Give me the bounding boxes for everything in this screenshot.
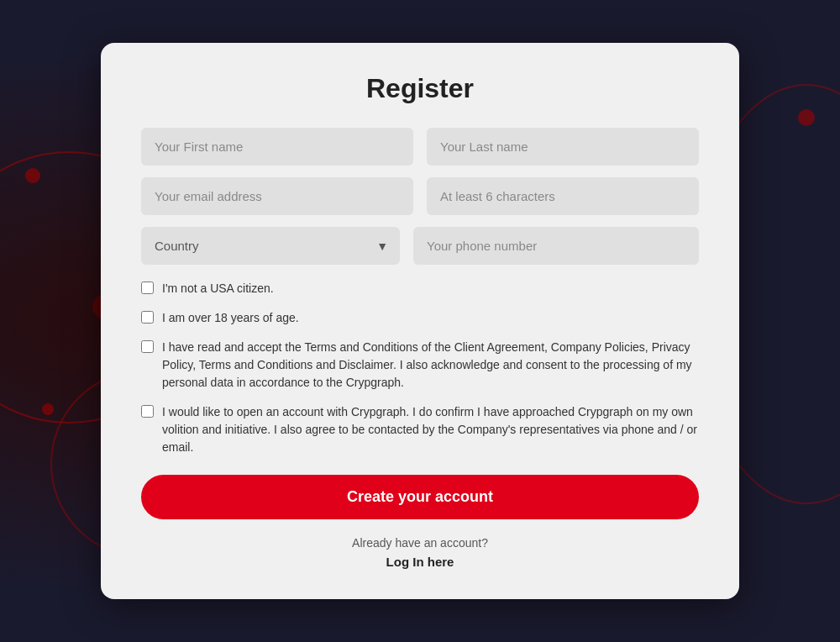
open-account-label: I would like to open an account with Cry…: [162, 403, 699, 456]
already-account-text: Already have an account?: [141, 536, 699, 550]
checkbox-item-1: I'm not a USA citizen.: [141, 280, 699, 297]
terms-label: I have read and accept the Terms and Con…: [162, 339, 699, 392]
email-password-row: [141, 177, 699, 215]
terms-checkbox[interactable]: [141, 340, 154, 353]
password-input[interactable]: [427, 177, 699, 215]
checkbox-item-3: I have read and accept the Terms and Con…: [141, 339, 699, 392]
over-18-label: I am over 18 years of age.: [162, 309, 299, 327]
first-name-input[interactable]: [141, 128, 413, 166]
not-usa-citizen-checkbox[interactable]: [141, 282, 154, 294]
country-phone-row: Country United States United Kingdom Can…: [141, 227, 699, 265]
country-select-wrapper: Country United States United Kingdom Can…: [141, 227, 400, 265]
country-select[interactable]: Country United States United Kingdom Can…: [141, 227, 400, 265]
checkbox-item-4: I would like to open an account with Cry…: [141, 403, 699, 456]
checkbox-item-2: I am over 18 years of age.: [141, 309, 699, 327]
open-account-checkbox[interactable]: [141, 405, 154, 418]
decorative-dot-3: [42, 403, 54, 415]
decorative-dot-1: [25, 168, 40, 183]
email-input[interactable]: [141, 177, 413, 215]
modal-title: Register: [141, 73, 699, 104]
last-name-input[interactable]: [427, 128, 699, 166]
not-usa-citizen-label: I'm not a USA citizen.: [162, 280, 274, 297]
checkboxes-section: I'm not a USA citizen. I am over 18 year…: [141, 280, 699, 456]
name-row: [141, 128, 699, 166]
register-modal: Register Country United States United Ki…: [101, 43, 739, 599]
create-account-button[interactable]: Create your account: [141, 475, 699, 519]
over-18-checkbox[interactable]: [141, 311, 154, 324]
login-link[interactable]: Log In here: [141, 555, 699, 569]
phone-input[interactable]: [413, 227, 699, 265]
